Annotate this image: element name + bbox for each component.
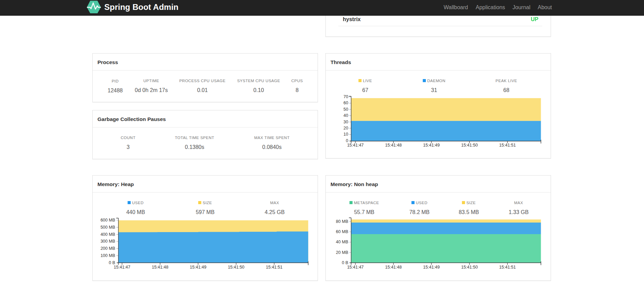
svg-text:50: 50 — [343, 107, 348, 112]
svg-text:60 MB: 60 MB — [336, 229, 348, 234]
svg-text:70: 70 — [343, 94, 348, 99]
svg-text:15:41:51: 15:41:51 — [499, 265, 516, 270]
svg-text:0 B: 0 B — [342, 260, 348, 265]
svg-text:15:41:50: 15:41:50 — [461, 143, 478, 148]
svg-text:10: 10 — [343, 132, 348, 137]
svg-text:600 MB: 600 MB — [101, 218, 115, 223]
svg-text:100 MB: 100 MB — [101, 253, 115, 258]
svg-text:15:41:49: 15:41:49 — [423, 143, 440, 148]
svg-text:0 B: 0 B — [109, 260, 115, 265]
svg-text:15:41:51: 15:41:51 — [266, 265, 282, 270]
svg-text:15:41:50: 15:41:50 — [461, 265, 478, 270]
svg-text:15:41:49: 15:41:49 — [190, 265, 206, 270]
svg-text:80 MB: 80 MB — [336, 219, 348, 224]
svg-text:15:41:48: 15:41:48 — [385, 143, 402, 148]
svg-text:15:41:50: 15:41:50 — [228, 265, 245, 270]
svg-text:500 MB: 500 MB — [101, 225, 115, 230]
svg-text:15:41:47: 15:41:47 — [347, 265, 364, 270]
svg-text:300 MB: 300 MB — [101, 239, 115, 244]
svg-text:15:41:48: 15:41:48 — [385, 265, 402, 270]
svg-text:40: 40 — [343, 113, 348, 118]
svg-text:40 MB: 40 MB — [336, 240, 348, 244]
svg-text:30: 30 — [343, 120, 348, 124]
svg-text:400 MB: 400 MB — [101, 232, 115, 237]
svg-text:20: 20 — [343, 126, 348, 131]
svg-text:15:41:47: 15:41:47 — [347, 143, 364, 148]
svg-text:200 MB: 200 MB — [101, 246, 115, 251]
svg-text:60: 60 — [343, 101, 348, 105]
svg-text:15:41:49: 15:41:49 — [423, 265, 440, 270]
svg-text:20 MB: 20 MB — [336, 250, 348, 255]
svg-text:15:41:48: 15:41:48 — [152, 265, 168, 270]
svg-text:0: 0 — [346, 138, 348, 143]
svg-text:15:41:47: 15:41:47 — [114, 265, 131, 270]
svg-text:15:41:51: 15:41:51 — [499, 143, 516, 148]
